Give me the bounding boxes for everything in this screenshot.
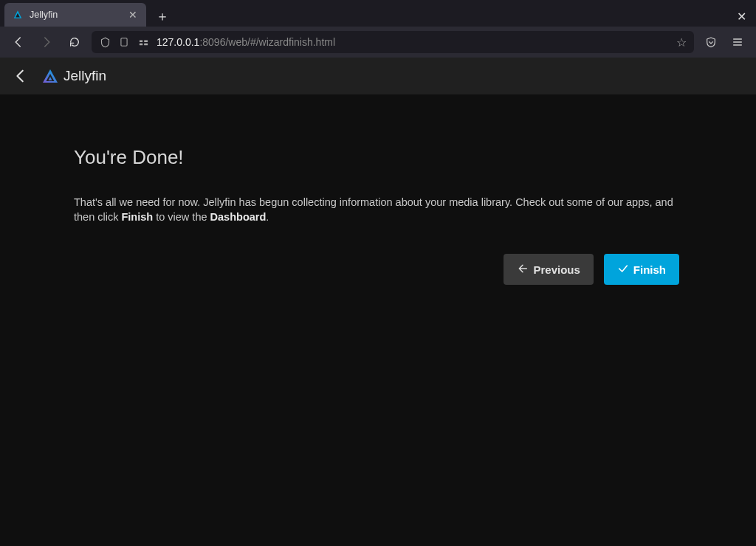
tab-strip: Jellyfin ✕ ＋ ✕ bbox=[0, 0, 756, 27]
wizard-button-row: Previous Finish bbox=[74, 254, 679, 285]
url-text: 127.0.0.1:8096/web/#/wizardfinish.html bbox=[157, 36, 669, 48]
tab-favicon bbox=[12, 9, 24, 21]
nav-forward-button[interactable] bbox=[35, 31, 58, 53]
toolbar-right bbox=[700, 31, 749, 53]
finish-button[interactable]: Finish bbox=[604, 254, 679, 285]
check-icon bbox=[617, 263, 629, 277]
app-header: Jellyfin bbox=[0, 58, 756, 94]
arrow-left-icon bbox=[517, 263, 529, 277]
body-bold-2: Dashboard bbox=[210, 211, 267, 223]
svg-rect-4 bbox=[144, 43, 148, 45]
app-brand-label: Jellyfin bbox=[63, 68, 106, 84]
svg-rect-0 bbox=[121, 38, 127, 46]
svg-rect-1 bbox=[139, 40, 142, 42]
tab-title: Jellyfin bbox=[30, 10, 121, 20]
page-body: That's all we need for now. Jellyfin has… bbox=[74, 196, 682, 224]
new-tab-button[interactable]: ＋ bbox=[152, 6, 173, 27]
previous-button[interactable]: Previous bbox=[504, 254, 593, 285]
bookmark-star-icon[interactable]: ☆ bbox=[676, 35, 687, 49]
nav-back-button[interactable] bbox=[7, 31, 30, 53]
previous-label: Previous bbox=[533, 263, 580, 276]
page-icon bbox=[118, 36, 130, 48]
address-bar[interactable]: 127.0.0.1:8096/web/#/wizardfinish.html ☆ bbox=[92, 31, 694, 53]
jellyfin-logo-icon bbox=[41, 67, 59, 85]
url-host: 127.0.0.1 bbox=[157, 36, 199, 48]
browser-chrome: Jellyfin ✕ ＋ ✕ 127.0.0.1:8096/web/# bbox=[0, 0, 756, 58]
browser-tab[interactable]: Jellyfin ✕ bbox=[4, 3, 146, 27]
wizard-finish-page: You're Done! That's all we need for now.… bbox=[0, 94, 756, 285]
app-back-button[interactable] bbox=[10, 66, 31, 86]
window-close-button[interactable]: ✕ bbox=[731, 6, 752, 27]
pocket-icon[interactable] bbox=[700, 31, 722, 53]
body-text-3: . bbox=[266, 211, 269, 223]
nav-reload-button[interactable] bbox=[63, 31, 86, 53]
permissions-icon bbox=[137, 36, 149, 48]
url-path: :8096/web/#/wizardfinish.html bbox=[199, 36, 335, 48]
body-text-2: to view the bbox=[153, 211, 210, 223]
page-title: You're Done! bbox=[74, 146, 682, 169]
browser-toolbar: 127.0.0.1:8096/web/#/wizardfinish.html ☆ bbox=[0, 27, 756, 58]
svg-rect-3 bbox=[144, 40, 148, 42]
finish-label: Finish bbox=[633, 263, 666, 276]
tab-close-button[interactable]: ✕ bbox=[127, 9, 139, 21]
app-brand[interactable]: Jellyfin bbox=[41, 67, 106, 85]
body-bold-1: Finish bbox=[121, 211, 153, 223]
svg-rect-2 bbox=[139, 43, 142, 45]
shield-icon bbox=[99, 36, 111, 48]
app-menu-button[interactable] bbox=[726, 31, 749, 53]
